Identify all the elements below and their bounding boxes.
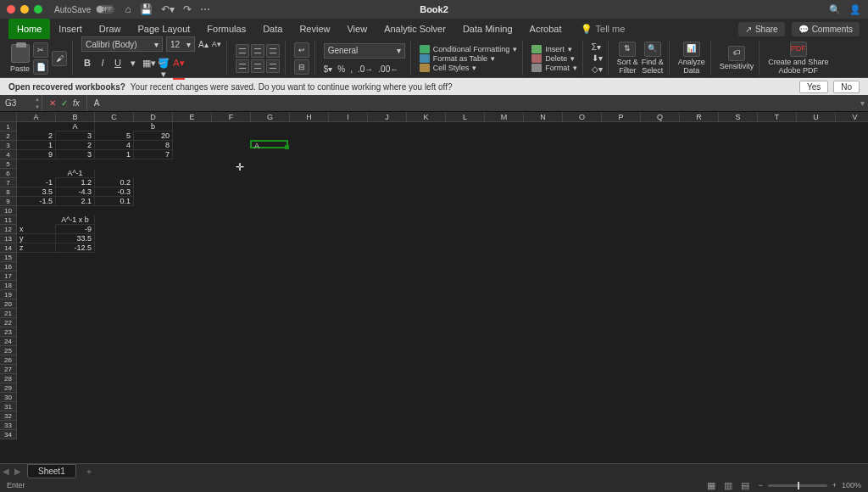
row-header[interactable]: 1 xyxy=(0,122,17,131)
cell-C4[interactable]: 1 xyxy=(95,150,134,159)
cell-C3[interactable]: 4 xyxy=(95,141,134,150)
cell-A2[interactable]: 2 xyxy=(17,131,56,141)
italic-button[interactable]: I xyxy=(97,58,108,80)
row-header[interactable]: 33 xyxy=(0,421,17,430)
wrap-text-button[interactable]: ↩ xyxy=(294,42,309,58)
row-header[interactable]: 11 xyxy=(0,215,17,225)
select-all-corner[interactable] xyxy=(0,112,17,122)
row-header[interactable]: 17 xyxy=(0,271,17,281)
autosave-toggle[interactable]: OFF xyxy=(96,5,114,14)
comma-button[interactable]: , xyxy=(350,64,353,74)
column-header[interactable]: V xyxy=(836,112,868,122)
cell-styles-button[interactable]: Cell Styles ▾ xyxy=(420,64,518,72)
delete-cells-button[interactable]: Delete ▾ xyxy=(531,54,577,63)
column-header[interactable]: T xyxy=(758,112,797,122)
cell-B1[interactable]: A xyxy=(56,122,95,131)
column-header[interactable]: S xyxy=(719,112,758,122)
row-header[interactable]: 34 xyxy=(0,430,17,439)
ribbon-tab-review[interactable]: Review xyxy=(291,19,338,39)
conditional-formatting-button[interactable]: Conditional Formatting ▾ xyxy=(420,45,518,53)
fill-color-button[interactable]: 🪣▾ xyxy=(158,58,170,80)
column-header[interactable]: B xyxy=(56,112,95,122)
cell-D1[interactable]: b xyxy=(134,122,173,131)
merge-button[interactable]: ⊟ xyxy=(294,59,309,75)
window-zoom[interactable] xyxy=(34,5,42,14)
row-header[interactable]: 27 xyxy=(0,365,17,374)
row-header[interactable]: 23 xyxy=(0,327,17,337)
page-layout-view-button[interactable]: ▥ xyxy=(724,480,732,491)
row-header[interactable]: 9 xyxy=(0,197,17,206)
row-header[interactable]: 20 xyxy=(0,299,17,309)
column-header[interactable]: K xyxy=(407,112,446,122)
redo-icon[interactable]: ↷ xyxy=(183,3,192,15)
column-header[interactable]: H xyxy=(290,112,329,122)
percent-button[interactable]: % xyxy=(337,64,345,74)
sheet-nav-first[interactable]: ◀ xyxy=(0,467,12,476)
cell-B7[interactable]: 1.2 xyxy=(56,178,95,187)
cell-B9[interactable]: 2.1 xyxy=(56,197,95,206)
page-break-view-button[interactable]: ▤ xyxy=(741,480,749,491)
cell-D2[interactable]: 20 xyxy=(134,131,173,141)
cell-D3[interactable]: 8 xyxy=(134,141,173,150)
column-header[interactable]: I xyxy=(329,112,368,122)
currency-button[interactable]: $▾ xyxy=(324,64,333,74)
cell-D4[interactable]: 7 xyxy=(134,150,173,159)
column-header[interactable]: R xyxy=(680,112,719,122)
cell-B2[interactable]: 3 xyxy=(56,131,95,141)
row-header[interactable]: 5 xyxy=(0,159,17,169)
formula-input[interactable]: A xyxy=(87,98,856,108)
fx-icon[interactable]: fx xyxy=(73,98,80,108)
column-header[interactable]: C xyxy=(95,112,134,122)
cell-A9[interactable]: -1.5 xyxy=(17,197,56,206)
cell-B13[interactable]: 33.5 xyxy=(56,234,95,243)
clear-button[interactable]: ◇▾ xyxy=(592,64,603,74)
cell-B12[interactable]: -9 xyxy=(56,225,95,234)
font-size-selector[interactable]: 12▾ xyxy=(166,36,195,52)
recover-yes-button[interactable]: Yes xyxy=(799,81,828,93)
cell-B6[interactable]: A^-1 xyxy=(56,169,95,178)
cell-B14[interactable]: -12.5 xyxy=(56,243,95,253)
row-header[interactable]: 21 xyxy=(0,309,17,318)
column-header[interactable]: A xyxy=(17,112,56,122)
cut-button[interactable]: ✂ xyxy=(33,42,48,58)
namebox-down-icon[interactable]: ▼ xyxy=(33,103,42,112)
format-cells-button[interactable]: Format ▾ xyxy=(531,64,577,72)
ribbon-tab-data[interactable]: Data xyxy=(254,19,291,39)
row-header[interactable]: 12 xyxy=(0,225,17,234)
expand-formula-bar[interactable]: ▾ xyxy=(856,98,868,108)
increase-font-icon[interactable]: A▴ xyxy=(198,40,209,49)
search-icon[interactable]: 🔍 xyxy=(829,4,841,15)
autosum-button[interactable]: Σ▾ xyxy=(592,42,603,52)
confirm-entry-button[interactable]: ✓ xyxy=(61,98,68,108)
cell-C9[interactable]: 0.1 xyxy=(95,197,134,206)
decrease-font-icon[interactable]: A▾ xyxy=(212,40,221,48)
undo-icon[interactable]: ↶▾ xyxy=(161,3,175,15)
row-header[interactable]: 7 xyxy=(0,178,17,187)
cell-A3[interactable]: 1 xyxy=(17,141,56,150)
row-header[interactable]: 30 xyxy=(0,393,17,402)
row-header[interactable]: 13 xyxy=(0,234,17,243)
active-cell[interactable]: A xyxy=(250,140,288,148)
cell-A12[interactable]: x xyxy=(17,225,56,234)
row-header[interactable]: 16 xyxy=(0,262,17,271)
format-as-table-button[interactable]: Format as Table ▾ xyxy=(420,54,518,63)
ribbon-tab-view[interactable]: View xyxy=(338,19,376,39)
sort-filter-button[interactable]: ⇅Sort & Filter xyxy=(617,42,638,75)
cell-B4[interactable]: 3 xyxy=(56,150,95,159)
adobe-pdf-button[interactable]: PDFCreate and Share Adobe PDF xyxy=(768,42,828,75)
increase-decimal-button[interactable]: .0→ xyxy=(358,64,373,74)
column-header[interactable]: N xyxy=(524,112,563,122)
row-header[interactable]: 19 xyxy=(0,290,17,299)
cell-A13[interactable]: y xyxy=(17,234,56,243)
zoom-control[interactable]: − + 100% xyxy=(758,481,861,489)
row-header[interactable]: 29 xyxy=(0,383,17,393)
cell-A8[interactable]: 3.5 xyxy=(17,187,56,197)
row-header[interactable]: 8 xyxy=(0,187,17,197)
window-close[interactable] xyxy=(7,5,15,14)
row-header[interactable]: 22 xyxy=(0,318,17,327)
row-header[interactable]: 18 xyxy=(0,281,17,290)
normal-view-button[interactable]: ▦ xyxy=(707,480,715,491)
sheet-tab[interactable]: Sheet1 xyxy=(27,464,76,478)
row-header[interactable]: 4 xyxy=(0,150,17,159)
column-header[interactable]: E xyxy=(173,112,212,122)
